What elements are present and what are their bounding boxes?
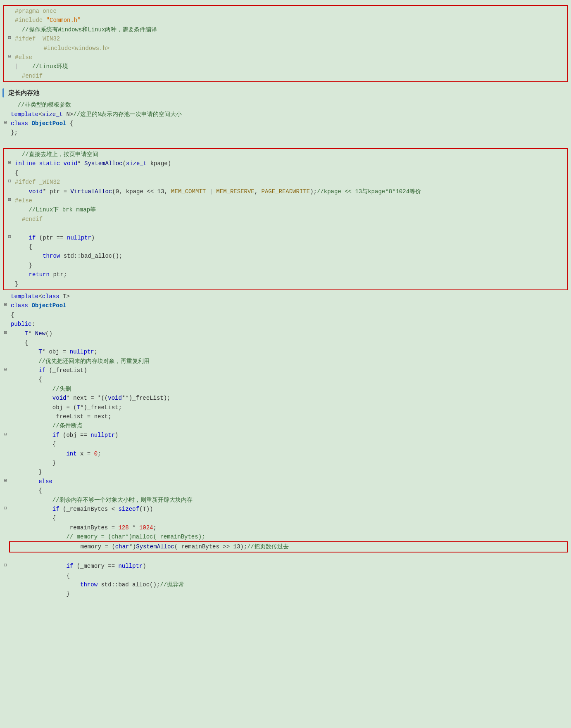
- code-line: }: [0, 589, 571, 598]
- code-line: ⊟ if (_memory == nullptr): [0, 562, 571, 571]
- fold-gutter[interactable]: ⊟: [2, 301, 9, 309]
- code-line: #endif: [4, 215, 567, 224]
- line-content: #pragma once: [13, 7, 565, 16]
- line-content: void* next = *((void**)_freeList);: [9, 394, 569, 403]
- line-content: //条件断点: [9, 421, 569, 430]
- code-line: ⊟ #else: [4, 53, 567, 62]
- line-content: public:: [9, 320, 569, 329]
- fold-gutter[interactable]: ⊟: [2, 119, 9, 127]
- code-line: public:: [0, 320, 571, 329]
- code-line: //剩余内存不够一个对象大小时，则重新开辟大块内存: [0, 496, 571, 505]
- code-line: ⊟ if (_freeList): [0, 366, 571, 375]
- line-content: _freeList = next;: [9, 412, 569, 421]
- fold-gutter[interactable]: ⊟: [2, 329, 9, 337]
- line-content: };: [9, 128, 569, 137]
- section-heading-bar: [2, 88, 4, 97]
- line-content: #ifdef _WIN32: [13, 34, 565, 43]
- code-line: //非类型的模板参数: [0, 100, 571, 109]
- code-line: }: [0, 467, 571, 477]
- fold-gutter[interactable]: ⊟: [6, 233, 13, 241]
- fold-gutter[interactable]: ⊟: [6, 53, 13, 61]
- fold-gutter[interactable]: ⊟: [2, 477, 9, 485]
- line-content: T* obj = nullptr;: [9, 347, 569, 356]
- line-content: {: [9, 375, 569, 384]
- line-content: {: [13, 242, 565, 251]
- line-content: }: [13, 261, 565, 270]
- line-content: //非类型的模板参数: [9, 100, 569, 109]
- code-line: //条件断点: [0, 421, 571, 430]
- line-content: #include<windows.h>: [28, 44, 565, 53]
- line-content: //优先把还回来的内存块对象，再重复利用: [9, 357, 569, 366]
- line-content: return ptr;: [13, 270, 565, 279]
- code-line: obj = (T*)_freeList;: [0, 403, 571, 412]
- line-content: #ifdef _WIN32: [13, 178, 565, 187]
- line-content: #endif: [13, 215, 565, 224]
- line-content: {: [13, 168, 565, 178]
- section-heading-text: 定长内存池: [8, 88, 39, 98]
- line-content: //头删: [9, 384, 569, 394]
- code-line: [4, 224, 567, 233]
- code-line: return ptr;: [4, 270, 567, 279]
- line-content: {: [9, 571, 569, 580]
- code-line: throw std::bad_alloc();//抛异常: [0, 580, 571, 589]
- code-line: _memory = (char*)SystemAlloc(_remainByte…: [11, 542, 566, 551]
- code-line: //_memory = (char*)malloc(_remainBytes);: [0, 532, 571, 541]
- code-line: #include "Common.h": [4, 16, 567, 25]
- line-content: T* New(): [9, 329, 569, 338]
- line-content: }: [9, 589, 569, 598]
- line-content: //Linux下 brk mmap等: [13, 205, 565, 214]
- fold-gutter[interactable]: ⊟: [2, 366, 9, 374]
- line-content: #endif: [13, 71, 565, 81]
- code-line: {: [0, 514, 571, 523]
- fold-gutter[interactable]: ⊟: [6, 159, 13, 167]
- code-line: void* next = *((void**)_freeList);: [0, 394, 571, 403]
- fold-gutter[interactable]: ⊟: [2, 505, 9, 512]
- code-line: }: [4, 261, 567, 270]
- code-line: ⊟ else: [0, 477, 571, 486]
- code-line: ⊟ if (_remainBytes < sizeof(T)): [0, 505, 571, 514]
- code-editor: #pragma once #include "Common.h" //操作系统有…: [0, 0, 571, 728]
- fold-gutter[interactable]: ⊟: [6, 178, 13, 185]
- line-content: if (ptr == nullptr): [13, 233, 565, 242]
- code-line: #endif: [4, 71, 567, 81]
- code-line: ⊟ inline static void* SystemAlloc(size_t…: [4, 159, 567, 168]
- line-content: {: [9, 440, 569, 449]
- fold-gutter[interactable]: ⊟: [6, 196, 13, 204]
- code-line: ⊟ class ObjectPool {: [0, 119, 571, 128]
- code-line: //操作系统有Windows和Linux两种，需要条件编译: [4, 25, 567, 34]
- line-content: else: [9, 477, 569, 486]
- line-content: #else: [13, 196, 565, 205]
- code-line: }: [0, 458, 571, 467]
- red-box-2: //直接去堆上，按页申请空间 ⊟ inline static void* Sys…: [3, 148, 568, 290]
- code-line: ⊟ class ObjectPool: [0, 301, 571, 310]
- code-line: throw std::bad_alloc();: [4, 251, 567, 261]
- fold-gutter[interactable]: ⊟: [6, 34, 13, 42]
- fold-gutter[interactable]: ⊟: [2, 562, 9, 569]
- line-content: if (_remainBytes < sizeof(T)): [9, 505, 569, 514]
- line-content: }: [9, 467, 569, 477]
- code-line: ⊟ if (ptr == nullptr): [4, 233, 567, 242]
- line-content: inline static void* SystemAlloc(size_t k…: [13, 159, 565, 168]
- line-content: [13, 224, 565, 233]
- code-line: {: [4, 168, 567, 178]
- code-line: //优先把还回来的内存块对象，再重复利用: [0, 357, 571, 366]
- code-line: {: [0, 338, 571, 347]
- code-line: #pragma once: [4, 7, 567, 16]
- line-content: throw std::bad_alloc();: [13, 251, 565, 261]
- code-line: ⊟ if (obj == nullptr): [0, 431, 571, 440]
- line-content: _memory = (char*)SystemAlloc(_remainByte…: [20, 542, 564, 551]
- line-content: template<size_t N>//这里的N表示内存池一次申请的空间大小: [9, 110, 569, 119]
- code-line: //Linux下 brk mmap等: [4, 205, 567, 214]
- code-line: int x = 0;: [0, 449, 571, 458]
- line-content: | //Linux环境: [13, 62, 565, 71]
- code-line: };: [0, 128, 571, 137]
- line-content: #include "Common.h": [13, 16, 565, 25]
- code-line: {: [0, 440, 571, 449]
- line-content: //直接去堆上，按页申请空间: [13, 150, 565, 159]
- line-content: {: [9, 514, 569, 523]
- fold-gutter[interactable]: ⊟: [2, 431, 9, 439]
- line-content: _remainBytes = 128 * 1024;: [9, 523, 569, 532]
- code-line: {: [0, 375, 571, 384]
- line-content: int x = 0;: [9, 449, 569, 458]
- red-box-1: #pragma once #include "Common.h" //操作系统有…: [3, 5, 568, 82]
